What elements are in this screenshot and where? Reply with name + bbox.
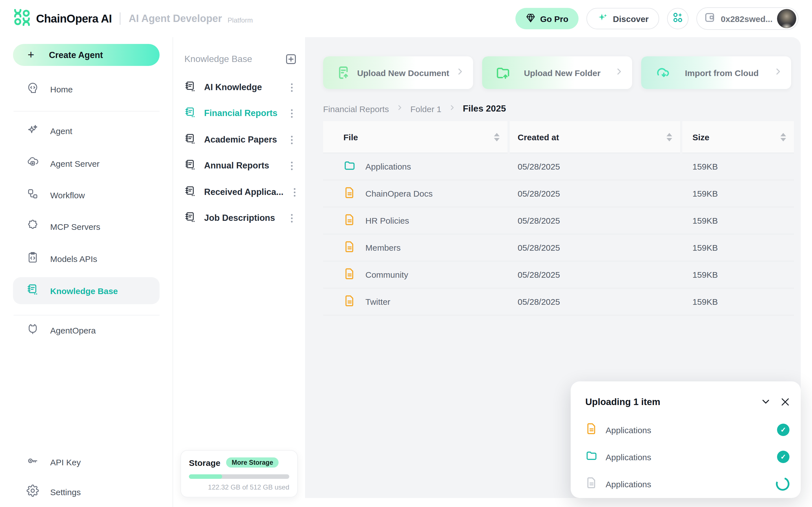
sidebar-item-knowledge-base[interactable]: Knowledge Base [13, 277, 160, 304]
sidebar-item-label: Agent Server [50, 159, 100, 168]
import-from-cloud-card[interactable]: Import from Cloud [641, 56, 791, 89]
sidebar-item-agentopera[interactable]: AgentOpera [13, 318, 160, 342]
upload-new-document-card[interactable]: Upload New Document [323, 56, 473, 89]
chevron-down-icon[interactable] [759, 395, 772, 408]
breadcrumb: Financial Reports Folder 1 Files 2025 [323, 100, 506, 117]
upload-item-row[interactable]: Applications ✓ [585, 446, 790, 468]
diamond-icon [525, 13, 536, 24]
file-name: ChainOpera Docs [365, 189, 433, 198]
upload-item-row[interactable]: Applications ✓ [585, 418, 790, 441]
document-icon [343, 240, 356, 255]
sidebar-item-models-apis[interactable]: Models APIs [13, 246, 160, 271]
notebook-icon [185, 211, 196, 225]
top-actions: Go Pro Discover [515, 7, 812, 30]
document-icon [343, 186, 356, 201]
create-agent-button[interactable]: + Create Agent [13, 44, 160, 66]
table-row-members[interactable]: Members 05/28/2025 159KB [323, 234, 794, 262]
document-icon [343, 213, 356, 228]
kb-item-received-applications[interactable]: Received Applica... [179, 181, 299, 203]
upload-item-name: Applications [606, 479, 651, 489]
table-row-chainopera-docs[interactable]: ChainOpera Docs 05/28/2025 159KB [323, 180, 794, 207]
kb-item-financial-reports[interactable]: Financial Reports [179, 102, 299, 124]
sidebar-item-api-key[interactable]: API Key [13, 450, 160, 474]
kb-item-ai-knowledge[interactable]: AI Knowledge [179, 76, 299, 99]
cloud-import-icon [655, 65, 670, 80]
wallet-icon [704, 11, 716, 26]
kebab-menu-icon[interactable] [289, 107, 295, 120]
breadcrumb-financial-reports[interactable]: Financial Reports [323, 104, 389, 114]
upload-new-folder-card[interactable]: Upload New Folder [482, 56, 632, 89]
sidebar-item-mcp-servers[interactable]: MCP Servers [13, 214, 160, 239]
document-icon [585, 476, 598, 491]
agent-sparkle-icon [27, 123, 39, 138]
table-row-hr-policies[interactable]: HR Policies 05/28/2025 159KB [323, 207, 794, 234]
app-window: ChainOpera AI AI Agent Developer Platfor… [0, 0, 812, 507]
kebab-menu-icon[interactable] [289, 159, 295, 172]
breadcrumb-folder-1[interactable]: Folder 1 [410, 104, 441, 114]
kebab-menu-icon[interactable] [289, 133, 295, 146]
action-card-label: Import from Cloud [670, 68, 773, 77]
kebab-menu-icon[interactable] [291, 186, 297, 199]
sidebar-item-agent-server[interactable]: Agent Server [13, 151, 160, 176]
add-knowledge-base-button[interactable] [285, 53, 297, 65]
sidebar-item-label: MCP Servers [50, 222, 100, 231]
column-header-label: Size [693, 132, 709, 142]
kb-item-label: Job Descriptions [204, 213, 275, 223]
sidebar-item-home[interactable]: Home [13, 76, 160, 101]
folder-upload-icon [496, 65, 510, 80]
file-size: 159KB [693, 207, 718, 234]
user-avatar[interactable] [777, 9, 796, 28]
sidebar-item-agent[interactable]: Agent [13, 118, 160, 143]
column-header-label: Created at [518, 132, 559, 142]
kebab-menu-icon[interactable] [289, 212, 295, 224]
discover-button[interactable]: Discover [587, 8, 659, 29]
kb-item-annual-reports[interactable]: Annual Reports [179, 154, 299, 177]
column-header-created-at[interactable]: Created at [510, 121, 680, 153]
apps-grid-icon [672, 11, 684, 26]
close-icon[interactable] [778, 395, 792, 408]
go-pro-button[interactable]: Go Pro [515, 8, 578, 29]
column-header-label: File [343, 132, 358, 142]
kb-item-job-descriptions[interactable]: Job Descriptions [179, 207, 299, 229]
knowledge-base-icon [27, 283, 39, 298]
more-storage-badge[interactable]: More Storage [226, 457, 279, 467]
upload-item-name: Applications [606, 425, 651, 435]
storage-progress-fill [189, 474, 222, 479]
storage-progress-track [189, 474, 289, 479]
sort-icon[interactable] [494, 133, 500, 141]
table-row-community[interactable]: Community 05/28/2025 159KB [323, 262, 794, 288]
document-icon [343, 267, 356, 282]
kb-item-label: Received Applica... [204, 187, 283, 197]
table-row-twitter[interactable]: Twitter 05/28/2025 159KB [323, 288, 794, 316]
chevron-right-icon [448, 104, 456, 114]
brand-platform-tag: Platform [227, 16, 253, 24]
file-name: HR Policies [365, 216, 409, 225]
sidebar-item-workflow[interactable]: Workflow [13, 182, 160, 207]
kebab-menu-icon[interactable] [289, 81, 295, 94]
upload-item-name: Applications [606, 452, 651, 462]
sort-icon[interactable] [780, 133, 786, 141]
kb-item-academic-papers[interactable]: Academic Papers [179, 128, 299, 151]
sort-icon[interactable] [666, 133, 672, 141]
notebook-icon [185, 133, 196, 147]
kb-item-label: AI Knowledge [204, 82, 262, 93]
apps-menu-button[interactable] [667, 8, 689, 29]
sidebar-item-label: Models APIs [50, 254, 97, 263]
chevron-right-icon [396, 104, 403, 114]
brand-name: ChainOpera AI [36, 12, 112, 25]
column-header-file[interactable]: File [323, 121, 507, 153]
upload-item-row[interactable]: Applications [585, 473, 790, 495]
brand[interactable]: ChainOpera AI AI Agent Developer Platfor… [0, 9, 253, 28]
sidebar-item-settings[interactable]: Settings [13, 480, 160, 504]
folder-icon [585, 450, 598, 464]
upload-done-check-icon: ✓ [777, 424, 790, 436]
chevron-right-icon [614, 66, 624, 79]
table-row-applications[interactable]: Applications 05/28/2025 159KB [323, 153, 794, 180]
kb-item-label: Financial Reports [204, 108, 277, 118]
knowledge-base-panel: Knowledge Base AI Knowledge [173, 37, 305, 507]
column-header-size[interactable]: Size [682, 121, 794, 153]
chainopera-logo-icon [13, 9, 31, 28]
wallet-button[interactable]: 0x282swed... [697, 7, 799, 30]
top-bar: ChainOpera AI AI Agent Developer Platfor… [0, 0, 812, 37]
workflow-icon [27, 187, 39, 202]
